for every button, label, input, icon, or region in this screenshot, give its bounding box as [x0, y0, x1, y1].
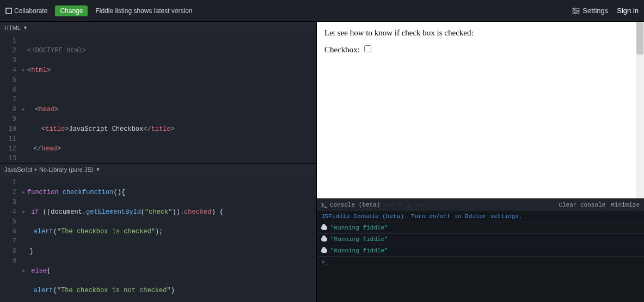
cloud-icon: [321, 237, 327, 241]
clear-console-link[interactable]: Clear console: [559, 202, 605, 208]
svg-point-6: [575, 12, 576, 14]
terminal-icon: [321, 202, 327, 208]
minimize-console-link[interactable]: Minimize: [611, 202, 640, 208]
cloud-icon: [321, 226, 327, 230]
code-text: The checkbox is checked: [61, 228, 151, 235]
console-body[interactable]: JSFiddle Console (beta). Turn on/off in …: [317, 211, 644, 302]
svg-point-4: [574, 8, 575, 9]
result-pane: Let see how to know if check box is chec…: [317, 22, 644, 198]
console-pane: Console (beta) ○○ ○ △ ○○ Clear console M…: [317, 198, 644, 302]
settings-label: Settings: [582, 7, 608, 15]
fiddle-listing-message: Fiddle listing shows latest version: [95, 7, 192, 15]
caret-down-icon: ▼: [96, 164, 101, 176]
console-line: "Running fiddle": [317, 222, 644, 234]
console-title: Console (beta): [321, 202, 380, 208]
html-pane-label: HTML: [4, 22, 21, 34]
right-column: Let see how to know if check box is chec…: [317, 22, 644, 302]
code-text: check: [149, 208, 168, 216]
js-pane-label: JavaScript + No-Library (pure JS): [4, 164, 94, 176]
js-editor[interactable]: 123456789 ▸function checkfunction(){ ▸ i…: [0, 176, 316, 302]
console-dots-icon: ○○ ○ △ ○○: [385, 202, 425, 208]
editors-column: HTML ▼ 12345678910111213141516 <!DOCTYPE…: [0, 22, 317, 302]
console-title-label: Console (beta): [330, 202, 380, 208]
console-header: Console (beta) ○○ ○ △ ○○ Clear console M…: [317, 199, 644, 211]
console-prompt[interactable]: >_: [317, 257, 644, 268]
sliders-icon: [572, 8, 580, 14]
code-text: checkfunction: [63, 189, 114, 196]
svg-rect-0: [6, 8, 11, 14]
code-text: The checkbox is not checked: [61, 287, 167, 294]
cloud-icon: [321, 249, 327, 253]
caret-down-icon: ▼: [23, 22, 28, 34]
collaborate-icon: [5, 8, 12, 14]
checkbox-row: Checkbox:: [324, 45, 636, 55]
html-pane-header[interactable]: HTML ▼: [0, 22, 316, 34]
result-scrollbar[interactable]: [636, 22, 644, 198]
console-info: JSFiddle Console (beta). Turn on/off in …: [317, 211, 644, 222]
settings-button[interactable]: Settings: [572, 7, 608, 15]
console-msg: "Running fiddle": [330, 225, 388, 231]
js-gutter: 123456789: [0, 176, 20, 302]
console-line: "Running fiddle": [317, 234, 644, 245]
topbar-right: Settings Sign in: [572, 7, 639, 15]
checkbox-label: Checkbox:: [324, 45, 360, 54]
main: HTML ▼ 12345678910111213141516 <!DOCTYPE…: [0, 22, 644, 302]
signin-link[interactable]: Sign in: [617, 7, 639, 15]
code-text: JavaScript Checkbox: [69, 125, 143, 133]
console-msg: "Running fiddle": [330, 236, 388, 243]
collaborate-label: Collaborate: [14, 7, 47, 15]
html-editor[interactable]: 12345678910111213141516 <!DOCTYPE html> …: [0, 34, 316, 163]
svg-point-5: [577, 10, 579, 11]
console-line: "Running fiddle": [317, 245, 644, 257]
html-gutter: 12345678910111213141516: [0, 34, 20, 163]
checkbox-input[interactable]: [364, 45, 371, 52]
result-paragraph: Let see how to know if check box is chec…: [324, 28, 636, 38]
topbar: Collaborate Change Fiddle listing shows …: [0, 0, 644, 22]
js-pane-header[interactable]: JavaScript + No-Library (pure JS) ▼: [0, 164, 316, 176]
console-msg: "Running fiddle": [330, 247, 388, 254]
js-code: ▸function checkfunction(){ ▸ if ((docume…: [20, 176, 223, 302]
js-pane: JavaScript + No-Library (pure JS) ▼ 1234…: [0, 164, 316, 302]
change-button[interactable]: Change: [55, 5, 88, 16]
html-pane: HTML ▼ 12345678910111213141516 <!DOCTYPE…: [0, 22, 316, 164]
collaborate-button[interactable]: Collaborate: [5, 7, 47, 15]
topbar-left: Collaborate Change Fiddle listing shows …: [5, 5, 193, 16]
code-text: <!DOCTYPE html>: [27, 47, 86, 55]
html-code: <!DOCTYPE html> ▸<html> ▸ <head> <title>…: [20, 34, 292, 163]
